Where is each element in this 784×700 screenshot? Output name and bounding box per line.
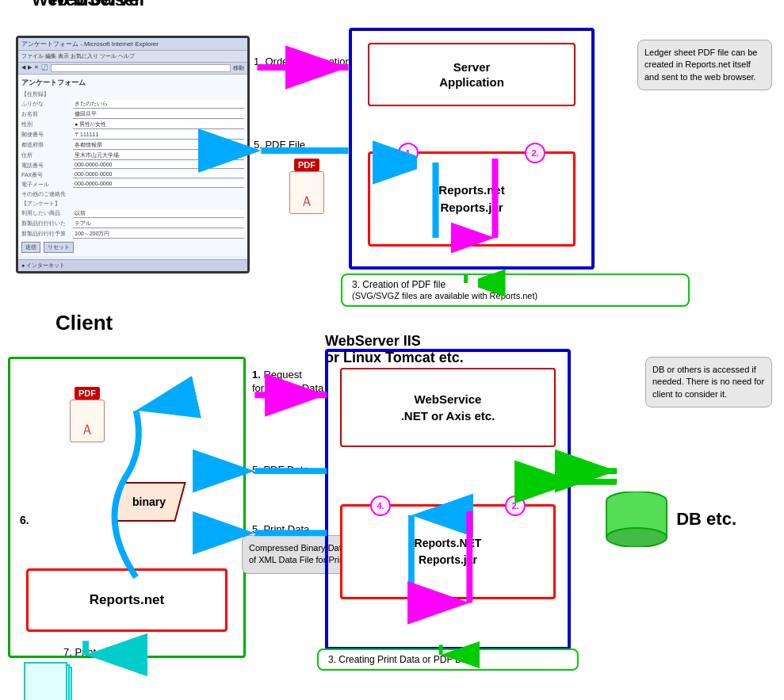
server-app-box: Server Application bbox=[368, 43, 576, 106]
form-buttons: 送信 リセット bbox=[21, 242, 244, 253]
form-row: お名前傭田旦平 bbox=[21, 110, 244, 119]
browser-mockup: アンケートフォーム - Microsoft Internet Explorer … bbox=[18, 38, 247, 271]
client-box: PDF Ａ binary 6. Reports.net bbox=[8, 357, 246, 658]
form-row: 都道府県各都情報県 bbox=[21, 141, 244, 150]
webserver-iis-box: WebService .NET or Axis etc. 4. 2. Repor… bbox=[325, 349, 571, 650]
webserver-title: WebServer bbox=[48, 0, 147, 10]
form-row: 電話番号000-0000-0000 bbox=[21, 162, 244, 170]
svg-point-13 bbox=[606, 528, 667, 547]
form-row: 【アンケート】 bbox=[21, 200, 244, 208]
form-row: 【住所録】 bbox=[21, 90, 244, 98]
step4-badge-bottom: 4. bbox=[370, 495, 391, 516]
pdf-badge-client: PDF bbox=[75, 387, 100, 400]
browser-content: アンケートフォーム 【住所録】 ふりがなきたのたいら お名前傭田旦平 性別● 男… bbox=[18, 75, 247, 256]
note-box-top: Ledger sheet PDF file can be created in … bbox=[637, 40, 772, 90]
step4-badge: 4. bbox=[398, 143, 419, 163]
form-row: 電子メール000-0000-0000 bbox=[21, 181, 244, 189]
creation-box-bottom: 3. Creating Print Data or PDF Data bbox=[317, 648, 579, 671]
form-row: 利用したい商品以前 bbox=[21, 209, 244, 218]
db-label: DB etc. bbox=[676, 509, 736, 530]
server-app-text: Server Application bbox=[439, 59, 504, 90]
reports-net-box-client: Reports.net bbox=[26, 568, 228, 632]
db-container: DB etc. bbox=[605, 492, 736, 547]
webserver-box: Server Application 4. 2. Reports.net Rep… bbox=[349, 28, 595, 270]
webservice-box: WebService .NET or Axis etc. bbox=[340, 368, 556, 447]
form-row: 新製品行行行予算100～200万円 bbox=[21, 230, 244, 239]
pdf-badge-top: PDF bbox=[294, 159, 319, 171]
form-row: その他のご連絡先 bbox=[21, 190, 244, 198]
binary-box: binary bbox=[112, 482, 185, 522]
client-title: Client bbox=[55, 311, 113, 335]
web-browser-box: アンケートフォーム - Microsoft Internet Explorer … bbox=[16, 36, 250, 273]
bottom-section: Client PDF Ａ binary 6. Reports.net bbox=[8, 333, 776, 690]
webservice-text: WebService .NET or Axis etc. bbox=[401, 391, 495, 424]
step1-label-top: 1. Orders for creation bbox=[254, 55, 351, 67]
pdf-icon-top: PDF Ａ bbox=[289, 159, 324, 214]
form-row: 性別● 男性/○女性 bbox=[21, 120, 244, 129]
form-row: 住所里木市山元大学場 bbox=[21, 151, 244, 160]
form-row: FAX番号000-0000-0000 bbox=[21, 171, 244, 179]
step5-pdf-data-label: 5. PDF Data bbox=[252, 464, 309, 476]
pdf-doc-top: Ａ bbox=[289, 171, 324, 214]
reports-net-iis-box: 4. 2. Reports.NET Reports.jar bbox=[340, 504, 556, 599]
reports-jar-text: Reports.net Reports.jar bbox=[438, 182, 504, 217]
step2-badge-bottom: 2. bbox=[505, 495, 526, 516]
form-row: ふりがなきたのたいら bbox=[21, 100, 244, 109]
step7-label: 7. Print bbox=[63, 646, 96, 658]
step6-label: 6. bbox=[20, 514, 29, 526]
step5-print-data-label: 5. Print Data bbox=[252, 523, 309, 535]
pdf-icon-client: PDF Ａ bbox=[70, 387, 105, 442]
diagram-container: Web browser アンケートフォーム - Microsoft Intern… bbox=[0, 0, 784, 700]
browser-address-bar: ◀▶✕🔄 移動 bbox=[18, 63, 247, 75]
binary-text: binary bbox=[132, 495, 166, 508]
reports-jar-box: 4. 2. Reports.net Reports.jar bbox=[368, 151, 576, 247]
reports-net-iis-text: Reports.NET Reports.jar bbox=[415, 535, 482, 568]
form-row: 郵便番号〒111111 bbox=[21, 131, 244, 140]
browser-statusbar: ● インターネット bbox=[18, 259, 247, 271]
top-section: Web browser アンケートフォーム - Microsoft Intern… bbox=[8, 12, 776, 305]
print-page-1 bbox=[24, 662, 67, 700]
browser-titlebar: アンケートフォーム - Microsoft Internet Explorer bbox=[18, 38, 247, 51]
pdf-doc-client: Ａ bbox=[70, 400, 105, 442]
reports-net-text: Reports.net bbox=[90, 592, 164, 608]
db-cylinder-svg bbox=[605, 492, 668, 547]
browser-toolbar: ファイル 編集 表示 お気に入り ツール ヘルプ bbox=[18, 51, 247, 63]
form-title: アンケートフォーム bbox=[21, 78, 244, 88]
creation-box-top: 3. Creation of PDF file (SVG/SVGZ files … bbox=[341, 273, 690, 307]
step5-pdf-label-top: 5. PDF File bbox=[254, 139, 305, 151]
form-row: 新製品行行行いたテアル bbox=[21, 220, 244, 228]
db-note: DB or others is accessed if needed. Ther… bbox=[645, 357, 772, 407]
step2-badge-top: 2. bbox=[525, 143, 545, 163]
